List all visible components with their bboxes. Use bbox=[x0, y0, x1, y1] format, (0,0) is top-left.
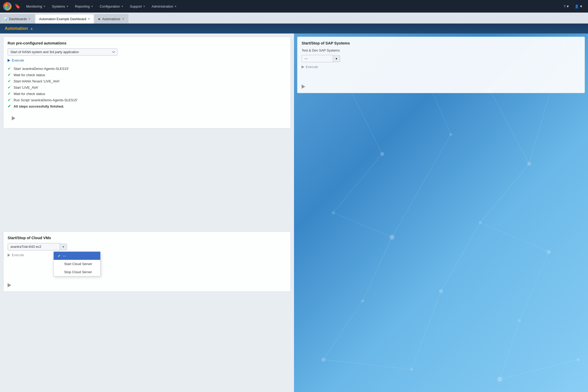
help-button[interactable]: ? ▼ bbox=[562, 3, 572, 10]
preconfigured-select[interactable]: Start of HANA system and 3rd party appli… bbox=[8, 48, 118, 56]
dropdown-item-start[interactable]: Start Cloud Server bbox=[54, 260, 100, 268]
preconfigured-title: Run pre-configured automations bbox=[8, 41, 286, 45]
check-icon-6: ✔ bbox=[8, 98, 11, 102]
nav-item-administration[interactable]: Administration ▼ bbox=[149, 3, 179, 10]
cloud-instance-select[interactable]: avantraTrial-i042-ec2 bbox=[8, 243, 60, 250]
tab-automation-example[interactable]: Automation Example Dashboard ✕ bbox=[35, 14, 94, 24]
cloud-execute-button[interactable]: Execute bbox=[8, 253, 24, 257]
preconfigured-execute-button[interactable]: Execute bbox=[8, 58, 24, 62]
sap-execute-button[interactable]: Execute bbox=[302, 65, 318, 69]
step-5: ✔ Wait for check status bbox=[8, 91, 286, 97]
chevron-down-icon: ▼ bbox=[174, 5, 177, 8]
nav-item-configuration[interactable]: Configuration ▼ bbox=[97, 3, 126, 10]
main-grid: Run pre-configured automations Start of … bbox=[0, 33, 588, 391]
check-icon-5: ✔ bbox=[8, 91, 11, 96]
chevron-down-icon: ▼ bbox=[91, 5, 93, 8]
cloud-bottom-play-button[interactable] bbox=[8, 283, 11, 287]
sap-select-row: --- ▼ bbox=[302, 55, 580, 62]
page: 🔖 Monitoring ▼ Systems ▼ Reporting ▼ Con… bbox=[0, 0, 588, 392]
preconfigured-card: Run pre-configured automations Start of … bbox=[3, 37, 291, 128]
tab-close-automations[interactable]: ✕ bbox=[122, 17, 124, 21]
sap-card: Start/Stop of SAP Systems Test & Dev SAP… bbox=[297, 37, 585, 93]
bottom-right-empty bbox=[294, 228, 588, 391]
cloud-select-arrow[interactable]: ▼ bbox=[60, 244, 67, 250]
cloud-select-row: avantraTrial-i042-ec2 ▼ ✔ --- Start Cl bbox=[8, 243, 286, 250]
nav-item-support[interactable]: Support ▼ bbox=[127, 3, 148, 10]
sap-action-select[interactable]: --- bbox=[302, 55, 333, 62]
execute-play-icon bbox=[8, 59, 10, 62]
nav-item-reporting[interactable]: Reporting ▼ bbox=[72, 3, 96, 10]
nav-right-actions: ? ▼ 👤 ▼ bbox=[562, 3, 585, 10]
automation-steps-list: ✔ Start 'avantraDemo-Agents-SLES15' ✔ Wa… bbox=[8, 65, 286, 109]
step-2: ✔ Wait for check status bbox=[8, 72, 286, 78]
user-icon: 👤 bbox=[575, 4, 579, 8]
chevron-down-icon: ▼ bbox=[579, 4, 583, 8]
nav-item-systems[interactable]: Systems ▼ bbox=[49, 3, 71, 10]
step-1: ✔ Start 'avantraDemo-Agents-SLES15' bbox=[8, 65, 286, 72]
dropdown-item-placeholder[interactable]: ✔ --- bbox=[54, 252, 100, 260]
main-content-area: Run pre-configured automations Start of … bbox=[0, 33, 588, 392]
sap-bottom-play-button[interactable] bbox=[302, 85, 305, 89]
step-7-success: ✔ All steps successfully finished. bbox=[8, 103, 286, 109]
automations-play-icon: ▶ bbox=[98, 17, 101, 21]
tab-close-automation[interactable]: ✕ bbox=[88, 17, 90, 21]
tab-dashboards[interactable]: 📊 Dashboards ✕ bbox=[0, 14, 35, 24]
section-caret-up-icon[interactable]: ▲ bbox=[30, 27, 33, 30]
section-title: Automation bbox=[5, 26, 28, 31]
check-icon-2: ✔ bbox=[8, 72, 11, 77]
cloud-card: Start/Stop of Cloud VMs avantraTrial-i04… bbox=[3, 231, 291, 292]
tab-bar: 📊 Dashboards ✕ Automation Example Dashbo… bbox=[0, 13, 588, 24]
cloud-title: Start/Stop of Cloud VMs bbox=[8, 236, 286, 240]
check-icon-7: ✔ bbox=[8, 104, 11, 109]
step-4: ✔ Start 'LIVE_AVA' bbox=[8, 84, 286, 91]
tab-close-dashboards[interactable]: ✕ bbox=[28, 17, 31, 21]
app-logo bbox=[3, 2, 12, 10]
cloud-execute-play-icon bbox=[8, 254, 10, 257]
logo-inner bbox=[5, 4, 10, 9]
automation-section-header: Automation ▲ bbox=[0, 24, 588, 33]
chevron-down-icon: ▼ bbox=[43, 5, 46, 8]
bookmark-icon[interactable]: 🔖 bbox=[15, 3, 20, 9]
preconfigured-panel: Run pre-configured automations Start of … bbox=[0, 33, 294, 228]
sap-panel: Start/Stop of SAP Systems Test & Dev SAP… bbox=[294, 33, 588, 228]
sap-subtitle: Test & Dev SAP Systems bbox=[302, 48, 580, 52]
check-icon-4: ✔ bbox=[8, 85, 11, 90]
nav-item-monitoring[interactable]: Monitoring ▼ bbox=[24, 3, 48, 10]
check-icon-3: ✔ bbox=[8, 79, 11, 83]
step-6: ✔ Run Script 'avantraDemo-Agents-SLES15' bbox=[8, 97, 286, 103]
check-icon-1: ✔ bbox=[8, 66, 11, 71]
bottom-play-area bbox=[12, 116, 291, 120]
user-menu-button[interactable]: 👤 ▼ bbox=[573, 3, 585, 10]
help-icon: ? bbox=[564, 4, 565, 8]
cloud-action-dropdown: ✔ --- Start Cloud Server Stop Cloud Serv… bbox=[53, 251, 101, 276]
bottom-play-button[interactable] bbox=[12, 116, 15, 120]
top-navigation: 🔖 Monitoring ▼ Systems ▼ Reporting ▼ Con… bbox=[0, 0, 588, 13]
selected-checkmark-icon: ✔ bbox=[58, 254, 60, 258]
sap-select-arrow[interactable]: ▼ bbox=[333, 55, 340, 62]
cloud-panel: Start/Stop of Cloud VMs avantraTrial-i04… bbox=[0, 228, 294, 391]
chevron-down-icon: ▼ bbox=[121, 5, 124, 8]
chevron-down-icon: ▼ bbox=[66, 5, 69, 8]
chevron-down-icon: ▼ bbox=[566, 4, 569, 8]
dropdown-item-stop[interactable]: Stop Cloud Server bbox=[54, 268, 100, 276]
sap-title: Start/Stop of SAP Systems bbox=[302, 41, 580, 45]
sap-execute-play-icon bbox=[302, 65, 304, 69]
chevron-down-icon: ▼ bbox=[143, 5, 145, 8]
step-3: ✔ Start HANA Tenant 'LIVE_AVA' bbox=[8, 78, 286, 84]
dashboards-icon: 📊 bbox=[4, 17, 8, 21]
tab-automations[interactable]: ▶ Automations ✕ bbox=[95, 14, 128, 24]
